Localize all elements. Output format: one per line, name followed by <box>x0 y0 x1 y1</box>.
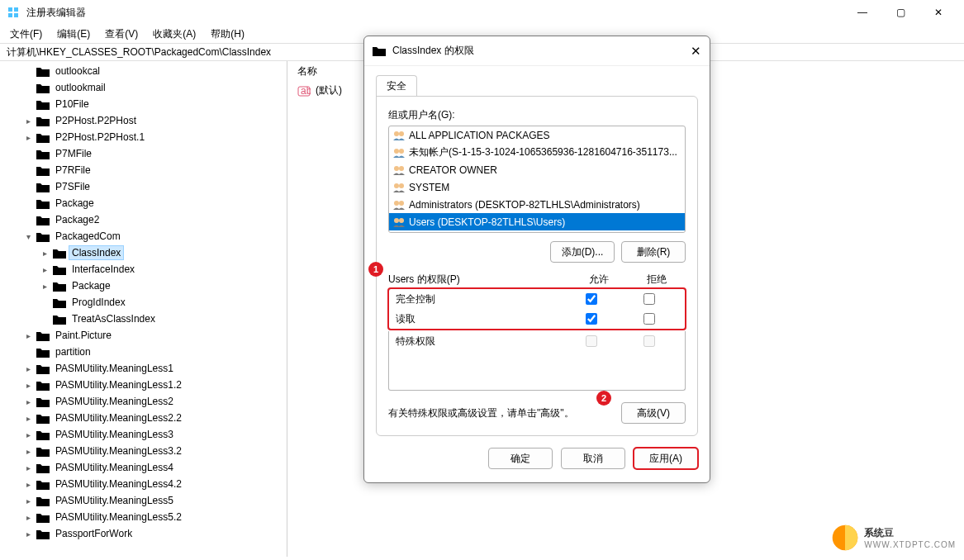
caret-icon[interactable]: ▸ <box>20 133 36 142</box>
caret-icon[interactable]: ▸ <box>20 513 36 522</box>
principal-item[interactable]: 未知帐户(S-1-15-3-1024-1065365936-1281604716… <box>389 144 685 161</box>
dialog-titlebar[interactable]: ClassIndex 的权限 ✕ <box>364 36 710 66</box>
ok-button[interactable]: 确定 <box>488 448 553 469</box>
tree-item-pasmutility-meaningless4-2[interactable]: ▸PASMUtility.MeaningLess4.2 <box>0 476 287 492</box>
tree-item-p2phost-p2phost[interactable]: ▸P2PHost.P2PHost <box>0 112 287 129</box>
tree-item-pasmutility-meaningless5-2[interactable]: ▸PASMUtility.MeaningLess5.2 <box>0 509 287 525</box>
tree-item-package[interactable]: ▸Package <box>0 278 287 294</box>
permission-name: 读取 <box>396 312 563 326</box>
caret-icon[interactable]: ▸ <box>20 397 36 406</box>
tree-item-p7mfile[interactable]: P7MFile <box>0 145 287 162</box>
tree-item-pasmutility-meaningless2-2[interactable]: ▸PASMUtility.MeaningLess2.2 <box>0 410 287 426</box>
folder-icon <box>36 116 50 126</box>
remove-button[interactable]: 删除(R) <box>621 241 686 263</box>
caret-icon[interactable]: ▾ <box>20 232 36 241</box>
deny-checkbox[interactable] <box>643 313 655 325</box>
tree-item-pasmutility-meaningless3-2[interactable]: ▸PASMUtility.MeaningLess3.2 <box>0 443 287 459</box>
tree-item-p10file[interactable]: P10File <box>0 96 287 112</box>
maximize-button[interactable]: ▢ <box>881 0 919 25</box>
tree-item-label: PASMUtility.MeaningLess1 <box>53 362 176 375</box>
menu-favorites[interactable]: 收藏夹(A) <box>146 26 202 43</box>
principals-listbox[interactable]: ALL APPLICATION PACKAGES未知帐户(S-1-15-3-10… <box>388 126 686 233</box>
menu-view[interactable]: 查看(V) <box>98 26 145 43</box>
folder-icon <box>36 413 50 424</box>
principal-item[interactable]: Users (DESKTOP-82TLHLS\Users) <box>389 213 685 230</box>
folder-icon <box>36 83 50 93</box>
permissions-dialog: ClassIndex 的权限 ✕ 安全 组或用户名(G): ALL APPLIC… <box>363 36 710 483</box>
folder-icon <box>36 330 50 341</box>
tree-item-package2[interactable]: Package2 <box>0 211 287 228</box>
tree-item-classindex[interactable]: ▸ClassIndex <box>0 244 287 261</box>
tree-item-p7sfile[interactable]: P7SFile <box>0 178 287 195</box>
caret-icon[interactable]: ▸ <box>20 116 36 126</box>
caret-icon[interactable]: ▸ <box>20 480 36 489</box>
principal-item[interactable]: SYSTEM <box>389 178 685 196</box>
deny-checkbox[interactable] <box>643 335 655 347</box>
dialog-title: ClassIndex 的权限 <box>392 44 672 58</box>
permission-name: 特殊权限 <box>396 335 563 349</box>
folder-icon <box>36 149 50 159</box>
add-button[interactable]: 添加(D)... <box>550 241 615 263</box>
allow-header: 允许 <box>570 273 628 287</box>
tree-item-pasmutility-meaningless1[interactable]: ▸PASMUtility.MeaningLess1 <box>0 360 287 377</box>
tree-item-p2phost-p2phost-1[interactable]: ▸P2PHost.P2PHost.1 <box>0 129 287 145</box>
caret-icon[interactable]: ▸ <box>20 414 36 423</box>
menu-help[interactable]: 帮助(H) <box>204 26 251 43</box>
watermark-text: 系统豆 <box>864 526 956 540</box>
tree-item-label: P7MFile <box>53 147 94 160</box>
allow-checkbox[interactable] <box>586 293 597 305</box>
caret-icon[interactable]: ▸ <box>36 249 53 258</box>
tree-item-interfaceindex[interactable]: ▸InterfaceIndex <box>0 261 287 278</box>
allow-checkbox[interactable] <box>586 313 597 325</box>
tree-item-paint-picture[interactable]: ▸Paint.Picture <box>0 327 287 344</box>
caret-icon[interactable]: ▸ <box>20 496 36 505</box>
tree-item-pasmutility-meaningless4[interactable]: ▸PASMUtility.MeaningLess4 <box>0 459 287 476</box>
tree-item-partition[interactable]: partition <box>0 344 287 360</box>
caret-icon[interactable]: ▸ <box>20 364 36 373</box>
principal-item[interactable]: Administrators (DESKTOP-82TLHLS\Administ… <box>389 196 685 213</box>
folder-icon <box>36 215 50 225</box>
tree-item-outlookcal[interactable]: outlookcal <box>0 63 287 79</box>
folder-icon <box>36 182 50 192</box>
tree-item-package[interactable]: Package <box>0 195 287 211</box>
tree-item-treatasclassindex[interactable]: TreatAsClassIndex <box>0 311 287 327</box>
tree-item-pasmutility-meaningless2[interactable]: ▸PASMUtility.MeaningLess2 <box>0 393 287 410</box>
minimize-button[interactable]: — <box>843 0 881 25</box>
principal-item[interactable]: CREATOR OWNER <box>389 161 685 178</box>
tree-item-progidindex[interactable]: ProgIdIndex <box>0 294 287 311</box>
caret-icon[interactable]: ▸ <box>20 447 36 456</box>
caret-icon[interactable]: ▸ <box>20 529 36 539</box>
close-button[interactable]: ✕ <box>919 0 957 25</box>
permission-row: 完全控制 <box>389 289 685 309</box>
tree-item-packagedcom[interactable]: ▾PackagedCom <box>0 228 287 244</box>
tree-item-label: PASMUtility.MeaningLess2 <box>53 395 176 408</box>
tree-item-pasmutility-meaningless1-2[interactable]: ▸PASMUtility.MeaningLess1.2 <box>0 377 287 393</box>
menu-edit[interactable]: 编辑(E) <box>50 26 97 43</box>
caret-icon[interactable]: ▸ <box>20 331 36 340</box>
caret-icon[interactable]: ▸ <box>36 282 53 291</box>
apply-button[interactable]: 应用(A) <box>634 448 698 469</box>
permissions-box: 完全控制读取 <box>388 288 686 330</box>
titlebar[interactable]: 注册表编辑器 — ▢ ✕ <box>0 0 964 25</box>
tree-item-label: P2PHost.P2PHost.1 <box>53 131 147 144</box>
menu-file[interactable]: 文件(F) <box>3 26 49 43</box>
tree-item-passportforwork[interactable]: ▸PassportForWork <box>0 525 287 542</box>
principal-item[interactable]: ALL APPLICATION PACKAGES <box>389 126 685 144</box>
allow-checkbox[interactable] <box>586 335 597 347</box>
caret-icon[interactable]: ▸ <box>20 430 36 439</box>
caret-icon[interactable]: ▸ <box>20 463 36 472</box>
caret-icon[interactable]: ▸ <box>20 381 36 390</box>
tree-item-pasmutility-meaningless3[interactable]: ▸PASMUtility.MeaningLess3 <box>0 426 287 443</box>
advanced-button[interactable]: 高级(V) <box>621 402 686 424</box>
deny-checkbox[interactable] <box>643 293 655 305</box>
tree-item-pasmutility-meaningless5[interactable]: ▸PASMUtility.MeaningLess5 <box>0 492 287 509</box>
tree-pane[interactable]: outlookcaloutlookmailP10File▸P2PHost.P2P… <box>0 61 287 557</box>
dialog-close-button[interactable]: ✕ <box>672 44 701 59</box>
col-name[interactable]: 名称 <box>297 64 317 78</box>
cancel-button[interactable]: 取消 <box>561 448 625 469</box>
user-icon <box>392 164 406 176</box>
tab-security[interactable]: 安全 <box>376 75 417 97</box>
tree-item-p7rfile[interactable]: P7RFile <box>0 162 287 178</box>
caret-icon[interactable]: ▸ <box>36 265 53 274</box>
tree-item-outlookmail[interactable]: outlookmail <box>0 79 287 96</box>
